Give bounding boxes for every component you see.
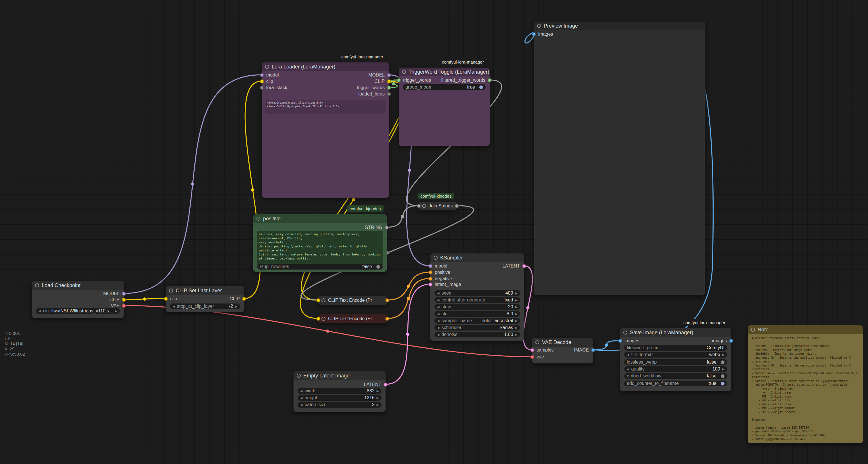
collapsed-input-dot[interactable] (316, 317, 320, 321)
port-dot-image[interactable] (618, 339, 622, 343)
decrement-arrow-icon[interactable]: ◀ (173, 304, 175, 308)
port-dot-vae[interactable] (530, 355, 534, 359)
widget-steps[interactable]: ◀ steps 20 ▶ (434, 304, 520, 310)
port-dot-clip[interactable] (164, 297, 168, 301)
node-empty-latent-image[interactable]: Empty Latent Image LATENT ◀ width 832 ▶ … (293, 371, 386, 412)
decrement-arrow-icon[interactable]: ◀ (300, 389, 303, 393)
node-title-bar[interactable]: TriggerWord Toggle (LoraManager) (399, 67, 490, 76)
node-title-bar[interactable]: KSampler (430, 254, 524, 262)
port-dot-model[interactable] (428, 264, 432, 268)
node-load-checkpoint[interactable]: Load Checkpoint MODEL CLIP VAE ◀ ckpt_na… (32, 281, 124, 318)
collapsed-output-dot[interactable] (385, 298, 389, 302)
node-lora-loader[interactable]: Lora Loader (LoraManager) model clip lor… (261, 62, 389, 198)
prev-arrow-icon[interactable]: ◀ (437, 319, 439, 323)
port-dot-image[interactable] (532, 32, 536, 36)
node-title-bar[interactable]: Note (748, 325, 863, 334)
output-port-vae[interactable]: VAE (111, 303, 126, 309)
input-port-trigger-words[interactable]: trigger_words (397, 77, 431, 83)
widget-control-after-generate[interactable]: ◀ control after generate fixed ▶ (434, 297, 520, 303)
port-dot-filtered-trigger-words[interactable] (488, 78, 492, 82)
graph-canvas[interactable]: T: 0.00s I: 0 N: 14 [14] V: 29 FPS:58.82… (0, 0, 868, 464)
next-arrow-icon[interactable]: ▶ (515, 326, 518, 330)
output-port-loaded-loras[interactable]: loaded_loras (358, 91, 391, 97)
port-dot-loaded-loras[interactable] (387, 92, 391, 96)
node-title-bar[interactable]: Preview Image (534, 22, 705, 30)
node-title-bar[interactable]: positive (253, 214, 387, 223)
toggle-knob[interactable] (721, 360, 724, 364)
widget-width[interactable]: ◀ width 832 ▶ (298, 388, 381, 394)
port-dot-conditioning[interactable] (428, 270, 432, 274)
collapse-toggle[interactable] (169, 289, 173, 293)
toggle-knob[interactable] (721, 374, 724, 378)
output-port-clip[interactable]: CLIP (374, 79, 391, 84)
output-port-filtered-trigger-words[interactable]: filtered_trigger_words (441, 77, 492, 83)
input-port-clip[interactable]: clip (260, 79, 273, 84)
port-dot-latent[interactable] (383, 383, 388, 387)
widget-lossless-webp[interactable]: lossless_webp false (624, 359, 727, 365)
widget-embed-workflow[interactable]: embed_workflow false (624, 373, 727, 379)
collapse-toggle[interactable] (434, 256, 438, 260)
increment-arrow-icon[interactable]: ▶ (377, 389, 379, 393)
input-port-positive[interactable]: positive (428, 269, 450, 275)
widget-cfg[interactable]: ◀ cfg 8.0 ▶ (434, 311, 520, 317)
prev-arrow-icon[interactable]: ◀ (38, 309, 41, 313)
collapse-toggle[interactable] (402, 70, 406, 74)
decrement-arrow-icon[interactable]: ◀ (437, 333, 439, 337)
increment-arrow-icon[interactable]: ▶ (515, 291, 518, 295)
node-title-bar[interactable]: CLIP Text Encode (Pr (318, 314, 387, 323)
collapse-toggle[interactable] (297, 374, 301, 378)
input-port-model[interactable]: model (260, 72, 279, 78)
increment-arrow-icon[interactable]: ▶ (515, 333, 518, 337)
input-port-latent-image[interactable]: latent_image (428, 282, 461, 287)
widget-height[interactable]: ◀ height 1216 ▶ (298, 395, 381, 401)
output-port-clip[interactable]: CLIP (109, 297, 126, 302)
widget-sampler-name[interactable]: ◀ sampler_name euler_ancestral ▶ (434, 318, 520, 324)
increment-arrow-icon[interactable]: ▶ (722, 367, 724, 371)
node-note[interactable]: Note Available filename_prefix Pattern C… (747, 325, 863, 443)
collapse-toggle[interactable] (751, 328, 755, 332)
collapse-toggle[interactable] (623, 330, 627, 335)
port-dot-clip[interactable] (242, 297, 246, 301)
increment-arrow-icon[interactable]: ▶ (377, 396, 379, 400)
port-dot-lora-stack[interactable] (260, 86, 264, 90)
node-preview-image[interactable]: Preview Image images (534, 21, 706, 295)
decrement-arrow-icon[interactable]: ◀ (300, 396, 303, 400)
decrement-arrow-icon[interactable]: ◀ (437, 305, 439, 309)
collapsed-input-dot[interactable] (316, 298, 320, 302)
collapsed-input-dot[interactable] (417, 204, 421, 208)
node-title-bar[interactable]: Load Checkpoint (32, 281, 124, 290)
output-port-latent[interactable]: LATENT (503, 263, 526, 269)
prompt-textarea[interactable]: highres, very detailed, amazing quality,… (257, 231, 383, 265)
next-arrow-icon[interactable]: ▶ (515, 298, 518, 302)
collapse-toggle[interactable] (422, 204, 426, 208)
decrement-arrow-icon[interactable]: ◀ (300, 403, 303, 407)
input-port-samples[interactable]: samples (530, 347, 554, 353)
collapse-toggle[interactable] (256, 216, 260, 221)
node-title-bar[interactable]: CLIP Text Encode (Pr (318, 296, 387, 304)
widget-file-format[interactable]: ◀ file_format webp ▶ (624, 352, 727, 357)
collapse-toggle[interactable] (265, 65, 269, 69)
increment-arrow-icon[interactable]: ▶ (515, 305, 518, 309)
node-triggerword-toggle[interactable]: TriggerWord Toggle (LoraManager) trigger… (399, 67, 490, 146)
collapsed-output-dot[interactable] (385, 317, 389, 321)
collapse-toggle[interactable] (321, 317, 326, 321)
collapse-toggle[interactable] (35, 283, 39, 287)
next-arrow-icon[interactable]: ▶ (115, 309, 117, 313)
output-port-latent[interactable]: LATENT (364, 382, 388, 387)
node-title-bar[interactable]: Lora Loader (LoraManager) (262, 62, 389, 71)
widget-group-mode[interactable]: group_mode true (403, 84, 486, 90)
widget-scheduler[interactable]: ◀ scheduler karras ▶ (434, 325, 520, 330)
prev-arrow-icon[interactable]: ◀ (437, 326, 439, 330)
node-vae-decode[interactable]: VAE Decode samples vae IMAGE (532, 338, 593, 364)
port-dot-image[interactable] (591, 348, 595, 352)
collapse-toggle[interactable] (537, 24, 541, 28)
port-dot-string[interactable] (385, 226, 389, 230)
port-dot-trigger-words[interactable] (387, 86, 391, 90)
port-dot-image[interactable] (729, 339, 733, 343)
output-port-image[interactable]: IMAGE (574, 347, 595, 353)
output-port-trigger-words[interactable]: trigger_words (357, 85, 391, 91)
output-port-clip[interactable]: CLIP (229, 296, 246, 302)
port-dot-latent[interactable] (530, 348, 534, 352)
toggle-knob[interactable] (721, 382, 724, 385)
lora-syntax-text[interactable]: <lora:CreateConcept_Illustrious:0.8> <lo… (266, 100, 385, 114)
